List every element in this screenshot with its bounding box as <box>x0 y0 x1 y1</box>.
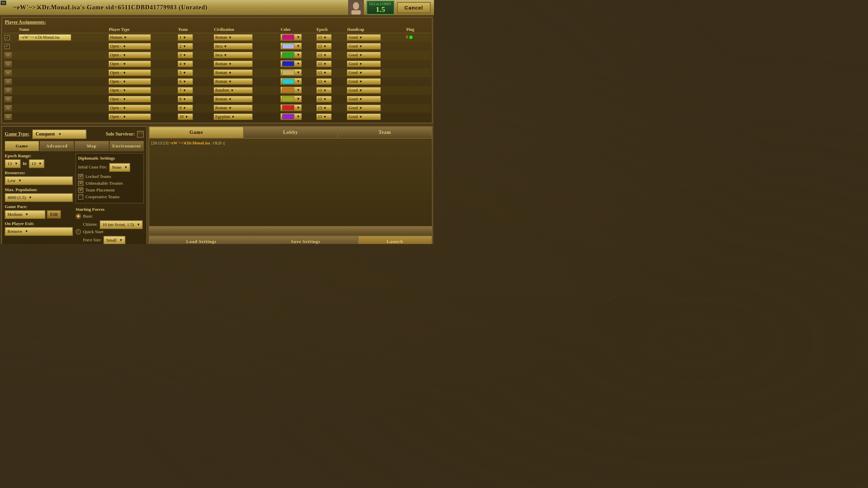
fps-badge: 93 <box>1 1 6 5</box>
chat-tab-game[interactable]: Game <box>149 127 243 138</box>
player-type-dropdown-2[interactable]: Open - ▼ <box>108 43 151 49</box>
on-player-exit-dropdown[interactable]: Remove ▼ <box>5 227 73 236</box>
sole-survivor-checkbox[interactable] <box>137 131 144 138</box>
team-dropdown-1[interactable]: 1 ▼ <box>178 34 193 41</box>
player-type-dropdown-9[interactable]: Open - ▼ <box>108 105 151 111</box>
color-dropdown-6[interactable]: ▼ <box>280 78 302 85</box>
color-dropdown-8[interactable]: ▼ <box>280 96 302 102</box>
unbreakable-treaties-checkbox[interactable]: ✓ <box>78 181 83 186</box>
tab-game[interactable]: Game <box>5 141 39 151</box>
starting-forces-section: Starting Forces Basic Citizens: 10 (no S… <box>76 207 144 244</box>
player-type-dropdown-1[interactable]: Human ▼ <box>108 34 151 41</box>
team-placement-checkbox[interactable]: ✓ <box>78 187 83 193</box>
load-settings-button[interactable]: Load Settings <box>149 236 254 244</box>
team-dropdown-9[interactable]: 9 ▼ <box>178 105 193 111</box>
handicap-dropdown-8[interactable]: Good ▼ <box>347 96 381 102</box>
team-dropdown-5[interactable]: 5 ▼ <box>178 69 193 76</box>
team-dropdown-7[interactable]: 7 ▼ <box>178 87 193 94</box>
handicap-dropdown-2[interactable]: Good ▼ <box>347 43 381 49</box>
team-dropdown-6[interactable]: 6 ▼ <box>178 78 193 85</box>
handicap-dropdown-10[interactable]: Good ▼ <box>347 114 381 120</box>
civ-dropdown-10[interactable]: Egyptian ▼ <box>214 114 253 120</box>
game-pace-edit-button[interactable]: Edit <box>47 210 61 219</box>
ping-cell-4 <box>405 60 431 61</box>
epoch-dropdown-7[interactable]: 13 ▼ <box>316 87 332 94</box>
color-dropdown-9[interactable]: ▼ <box>280 104 302 111</box>
max-pop-dropdown[interactable]: 4000 (1.5) ▼ <box>5 193 73 202</box>
locked-teams-checkbox[interactable]: ✓ <box>78 174 83 179</box>
handicap-dropdown-7[interactable]: Good ▼ <box>347 87 381 94</box>
player-checkbox-1[interactable]: ✓ <box>4 35 10 40</box>
chat-tab-lobby[interactable]: Lobby <box>243 127 338 138</box>
citizens-dropdown[interactable]: 10 (no Scout, 1.5) ▼ <box>100 220 143 229</box>
cease-fire-dropdown[interactable]: None ▼ <box>109 163 130 172</box>
resources-dropdown[interactable]: Low ▼ <box>5 176 73 185</box>
color-dropdown-4[interactable]: ▼ <box>280 60 302 67</box>
civ-dropdown-3[interactable]: Inca ▼ <box>214 52 253 58</box>
civ-dropdown-6[interactable]: Roman ▼ <box>214 78 253 85</box>
color-dropdown-7[interactable]: ▼ <box>280 87 302 94</box>
tab-map[interactable]: Map <box>75 141 109 151</box>
color-dropdown-3[interactable]: ▼ <box>280 52 302 58</box>
basic-radio[interactable] <box>76 214 81 219</box>
cease-fire-label: Initial Cease Fire: <box>78 165 107 170</box>
force-size-dropdown[interactable]: Small ▼ <box>103 236 125 244</box>
handicap-dropdown-5[interactable]: Good ▼ <box>347 69 381 76</box>
cooperative-teams-checkbox[interactable] <box>78 194 83 200</box>
epoch-dropdown-6[interactable]: 13 ▼ <box>316 78 332 85</box>
epoch-to-dropdown[interactable]: 13 ▼ <box>29 159 45 168</box>
player-type-dropdown-7[interactable]: Open - ▼ <box>108 87 151 94</box>
handicap-dropdown-3[interactable]: Good ▼ <box>347 52 381 58</box>
player-type-dropdown-3[interactable]: Open - ▼ <box>108 52 151 58</box>
team-dropdown-10[interactable]: 10 ▼ <box>178 114 193 120</box>
team-dropdown-2[interactable]: 2 ▼ <box>178 43 193 49</box>
civ-dropdown-9[interactable]: Roman ▼ <box>214 105 253 111</box>
player-type-dropdown-5[interactable]: Open - ▼ <box>108 69 151 76</box>
save-settings-button[interactable]: Save Settings <box>254 236 358 244</box>
handicap-dropdown-9[interactable]: Good ▼ <box>347 105 381 111</box>
cancel-button[interactable]: Cancel <box>397 2 431 13</box>
chat-input[interactable] <box>149 226 432 236</box>
team-dropdown-4[interactable]: 4 ▼ <box>178 61 193 67</box>
launch-button[interactable]: Launch <box>358 236 432 244</box>
handicap-dropdown-6[interactable]: Good ▼ <box>347 78 381 85</box>
color-dropdown-1[interactable]: ▼ <box>280 34 302 41</box>
player-type-dropdown-10[interactable]: Open - ▼ <box>108 114 151 120</box>
civ-dropdown-4[interactable]: Roman ▼ <box>214 61 253 67</box>
epoch-from-dropdown[interactable]: 13 ▼ <box>5 159 21 168</box>
epoch-dropdown-8[interactable]: 13 ▼ <box>316 96 332 102</box>
epoch-dropdown-5[interactable]: 13 ▼ <box>316 69 332 76</box>
chat-tab-team[interactable]: Team <box>338 127 432 138</box>
civ-dropdown-5[interactable]: Roman ▼ <box>214 69 253 76</box>
epoch-dropdown-2[interactable]: 13 ▼ <box>316 43 332 49</box>
game-pace-dropdown[interactable]: Medium ▼ <box>5 210 45 219</box>
color-dropdown-10[interactable]: ▼ <box>280 113 302 120</box>
player-type-dropdown-8[interactable]: Open - ▼ <box>108 96 151 102</box>
civ-dropdown-2[interactable]: Inca ▼ <box>214 43 253 49</box>
tab-advanced[interactable]: Advanced <box>40 141 74 151</box>
epoch-dropdown-9[interactable]: 13 ▼ <box>316 105 332 111</box>
team-cell-1: 1 ▼ <box>177 33 213 42</box>
epoch-dropdown-3[interactable]: 13 ▼ <box>316 52 332 58</box>
quick-start-radio[interactable] <box>76 229 81 235</box>
civ-dropdown-1[interactable]: Roman ▼ <box>214 34 253 41</box>
team-dropdown-3[interactable]: 3 ▼ <box>178 52 193 58</box>
handicap-dropdown-1[interactable]: Good ▼ <box>347 34 381 41</box>
epoch-dropdown-4[interactable]: 13 ▼ <box>316 61 332 67</box>
handicap-dropdown-4[interactable]: Good ▼ <box>347 61 381 67</box>
player-name-empty-5 <box>19 69 71 76</box>
team-dropdown-8[interactable]: 8 ▼ <box>178 96 193 102</box>
player-type-dropdown-6[interactable]: Open - ▼ <box>108 78 151 85</box>
chat-input-area[interactable] <box>149 226 432 236</box>
player-type-dropdown-4[interactable]: Open - ▼ <box>108 61 151 67</box>
tab-environment[interactable]: Environment <box>110 141 144 151</box>
player-checkbox-2[interactable]: ✓ <box>4 44 10 49</box>
color-dropdown-2[interactable]: ▼ <box>280 43 302 49</box>
epoch-dropdown-10[interactable]: 13 ▼ <box>316 114 332 120</box>
svg-point-1 <box>353 2 359 9</box>
epoch-dropdown-1[interactable]: 13 ▼ <box>316 34 332 41</box>
color-dropdown-5[interactable]: ▼ <box>280 69 302 76</box>
game-type-dropdown[interactable]: Conquest ▼ <box>32 129 86 139</box>
civ-dropdown-7[interactable]: Random ▼ <box>214 87 253 94</box>
civ-dropdown-8[interactable]: Roman ▼ <box>214 96 253 102</box>
